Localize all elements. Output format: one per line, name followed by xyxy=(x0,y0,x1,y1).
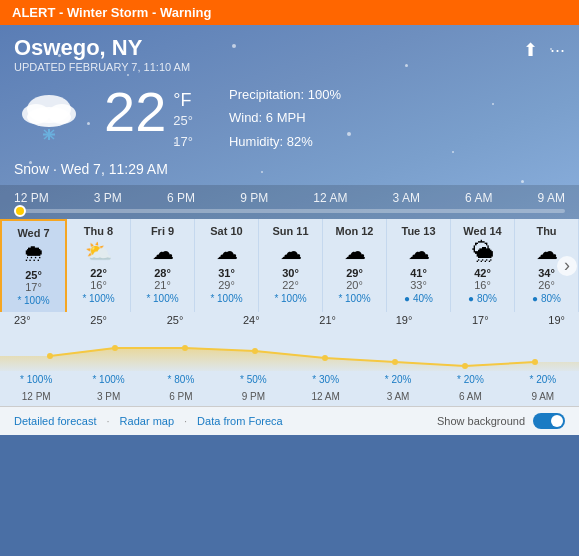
graph-precip-cell: * 100% xyxy=(0,374,72,385)
graph-temp-label: 19° xyxy=(548,314,565,326)
day-card[interactable]: Sat 10☁31°29°* 100% xyxy=(195,219,259,312)
more-icon[interactable]: ··· xyxy=(550,40,565,61)
graph-temp-label: 21° xyxy=(319,314,336,326)
hourly-time-label: 12 PM xyxy=(14,191,49,205)
day-card[interactable]: Wed 14🌦42°16°● 80% xyxy=(451,219,515,312)
footer-link[interactable]: Radar map xyxy=(120,415,174,427)
day-precip: * 100% xyxy=(327,293,382,304)
footer-link[interactable]: Detailed forecast xyxy=(14,415,97,427)
day-weather-icon: ☁ xyxy=(199,239,254,265)
temp-high-c: 25° xyxy=(173,111,193,132)
bottom-hour-label: 9 AM xyxy=(507,391,579,402)
svg-point-14 xyxy=(392,359,398,365)
day-weather-icon: ☁ xyxy=(327,239,382,265)
description-text: Snow · Wed 7, 11:29 AM xyxy=(14,161,168,177)
bottom-hour-label: 3 PM xyxy=(72,391,144,402)
day-card[interactable]: Wed 7🌨25°17°* 100% xyxy=(0,219,67,312)
day-low-temp: 26° xyxy=(519,279,574,291)
hourly-time-label: 9 AM xyxy=(538,191,565,205)
wind-detail: Wind: 6 MPH xyxy=(229,106,341,129)
humidity-detail: Humidity: 82% xyxy=(229,130,341,153)
day-card[interactable]: Mon 12☁29°20°* 100% xyxy=(323,219,387,312)
day-weather-icon: ☁ xyxy=(135,239,190,265)
day-label: Wed 7 xyxy=(6,227,61,239)
day-low-temp: 29° xyxy=(199,279,254,291)
day-label: Fri 9 xyxy=(135,225,190,237)
day-label: Mon 12 xyxy=(327,225,382,237)
time-slider-thumb[interactable] xyxy=(14,205,26,217)
day-card[interactable]: Thu 8⛅22°16°* 100% xyxy=(67,219,131,312)
bottom-hours-row: 12 PM3 PM6 PM9 PM12 AM3 AM6 AM9 AM xyxy=(0,389,579,406)
header-icons: ⬆ ··· xyxy=(523,39,565,61)
graph-precip-cell: * 50% xyxy=(217,374,289,385)
weather-header: Oswego, NY UPDATED FEBRUARY 7, 11:10 AM … xyxy=(0,25,579,73)
temperature-fahrenheit: 22 xyxy=(104,84,166,140)
day-label: Sat 10 xyxy=(199,225,254,237)
precipitation-detail: Precipitation: 100% xyxy=(229,83,341,106)
day-weather-icon: ☁ xyxy=(391,239,446,265)
current-weather: 22 °F 25° 17° Precipitation: 100% Wind: … xyxy=(0,73,579,161)
weather-details: Precipitation: 100% Wind: 6 MPH Humidity… xyxy=(229,83,341,153)
day-low-temp: 16° xyxy=(455,279,510,291)
day-card[interactable]: Sun 11☁30°22°* 100% xyxy=(259,219,323,312)
graph-precip-cell: * 20% xyxy=(507,374,579,385)
day-high-temp: 28° xyxy=(135,267,190,279)
time-slider-track[interactable] xyxy=(14,209,565,213)
day-label: Wed 14 xyxy=(455,225,510,237)
share-icon[interactable]: ⬆ xyxy=(523,39,538,61)
weather-description: Snow · Wed 7, 11:29 AM xyxy=(0,161,579,185)
day-precip: * 100% xyxy=(6,295,61,306)
svg-point-16 xyxy=(532,359,538,365)
svg-point-13 xyxy=(322,355,328,361)
svg-point-3 xyxy=(27,107,71,127)
day-card[interactable]: Tue 13☁41°33°● 40% xyxy=(387,219,451,312)
temperature-display: 22 °F 25° 17° xyxy=(104,84,193,153)
hourly-time-label: 6 PM xyxy=(167,191,195,205)
hourly-time-label: 3 AM xyxy=(393,191,420,205)
toggle-knob xyxy=(551,415,563,427)
footer-right: Show background xyxy=(437,413,565,429)
hourly-time-label: 3 PM xyxy=(94,191,122,205)
day-high-temp: 30° xyxy=(263,267,318,279)
day-precip: * 100% xyxy=(135,293,190,304)
graph-precip-cell: * 80% xyxy=(145,374,217,385)
alert-text: ALERT - Winter Storm - Warning xyxy=(12,5,211,20)
svg-point-11 xyxy=(182,345,188,351)
footer-link[interactable]: Data from Foreca xyxy=(197,415,283,427)
svg-point-12 xyxy=(252,348,258,354)
day-precip: ● 80% xyxy=(519,293,574,304)
hourly-time-label: 6 AM xyxy=(465,191,492,205)
graph-precip-cell: * 20% xyxy=(434,374,506,385)
day-precip: * 100% xyxy=(263,293,318,304)
graph-precip-cell: * 100% xyxy=(72,374,144,385)
hourly-bar[interactable]: 12 PM3 PM6 PM9 PM12 AM3 AM6 AM9 AM xyxy=(0,185,579,219)
hourly-time-label: 9 PM xyxy=(240,191,268,205)
day-low-temp: 21° xyxy=(135,279,190,291)
main-weather-section: Oswego, NY UPDATED FEBRUARY 7, 11:10 AM … xyxy=(0,25,579,219)
day-low-temp: 22° xyxy=(263,279,318,291)
day-high-temp: 41° xyxy=(391,267,446,279)
day-label: Sun 11 xyxy=(263,225,318,237)
show-background-toggle[interactable] xyxy=(533,413,565,429)
graph-temp-labels: 23°25°25°24°21°19°17°19° xyxy=(0,314,579,326)
bottom-hour-label: 9 PM xyxy=(217,391,289,402)
temp-unit: °F xyxy=(173,90,193,111)
current-weather-icon xyxy=(14,84,84,152)
hourly-time-label: 12 AM xyxy=(313,191,347,205)
next-days-arrow[interactable]: › xyxy=(557,256,577,276)
day-weather-icon: 🌦 xyxy=(455,239,510,265)
day-card[interactable]: Fri 9☁28°21°* 100% xyxy=(131,219,195,312)
day-high-temp: 22° xyxy=(71,267,126,279)
graph-temp-label: 23° xyxy=(14,314,31,326)
day-precip: * 100% xyxy=(71,293,126,304)
day-label: Thu 8 xyxy=(71,225,126,237)
day-high-temp: 25° xyxy=(6,269,61,281)
day-high-temp: 31° xyxy=(199,267,254,279)
bottom-hour-label: 6 AM xyxy=(434,391,506,402)
day-label: Thu xyxy=(519,225,574,237)
graph-temp-label: 25° xyxy=(90,314,107,326)
temp-low-c: 17° xyxy=(173,132,193,153)
day-precip: ● 40% xyxy=(391,293,446,304)
day-weather-icon: ⛅ xyxy=(71,239,126,265)
day-weather-icon: ☁ xyxy=(263,239,318,265)
